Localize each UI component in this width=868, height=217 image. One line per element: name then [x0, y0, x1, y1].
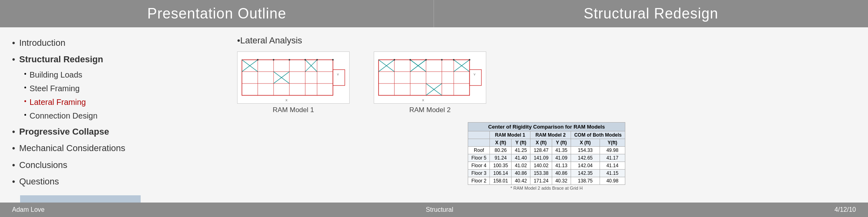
table-cell-floor: Floor 5 [468, 154, 490, 162]
sub-item-lateral-framing: • Lateral Framing [24, 95, 98, 109]
table-body: Roof80.2641.25128.4741.35154.3349.98Floo… [468, 147, 625, 185]
presentation-outline-title: Presentation Outline [147, 5, 286, 22]
sub-bullet-4: • [24, 109, 27, 121]
bullet-conclusions: • [12, 158, 15, 172]
table-cell-value: 106.14 [490, 170, 512, 177]
table-cell-value: 100.35 [490, 162, 512, 170]
th-blank [468, 139, 490, 147]
mechanical-label: Mechanical Considerations [19, 141, 125, 156]
svg-point-65 [289, 59, 290, 61]
table-cell-floor: Floor 4 [468, 162, 490, 170]
table-cell-value: 91.24 [490, 154, 512, 162]
ram-model-1-label: RAM Model 1 [273, 106, 314, 114]
table-cell-value: 41.15 [600, 170, 625, 177]
th-ram2-x: X (ft) [530, 139, 552, 147]
table-row: Floor 3106.1440.86153.3840.86142.3541.15 [468, 170, 625, 177]
svg-point-63 [257, 59, 258, 61]
right-panel: •Lateral Analysis [225, 27, 868, 201]
table-cell-floor: Roof [468, 147, 490, 154]
bullet-progressive: • [12, 124, 15, 139]
svg-point-93 [453, 59, 454, 61]
th-ram1-x: X (ft) [490, 139, 512, 147]
bullet-questions: • [12, 174, 15, 189]
table-row: Floor 591.2441.40141.0941.09142.6541.17 [468, 154, 625, 162]
ram-models-row: Y X RAM Model 1 [237, 51, 856, 114]
table-cell-floor: Floor 2 [468, 177, 490, 185]
table-cell-value: 41.25 [512, 147, 530, 154]
sub-bullet-1: • [24, 68, 27, 80]
svg-point-64 [273, 59, 274, 61]
footer-center: Structural [426, 206, 453, 213]
table-header-row1: RAM Model 1 RAM Model 2 COM of Both Mode… [468, 131, 625, 139]
th-ram2: RAM Model 2 [530, 131, 571, 139]
table-note: * RAM Model 2 adds Brace at Grid H [468, 186, 625, 190]
footer-left: Adam Love [12, 206, 45, 213]
structural-sub-list: • Building Loads • Steel Framing • Later… [12, 68, 98, 123]
footer: Adam Love Structural 4/12/10 [0, 203, 868, 217]
svg-point-89 [393, 59, 395, 61]
table-container: Center of Rigidity Comparison for RAM Mo… [468, 122, 625, 190]
table-cell-value: 142.04 [571, 162, 600, 170]
bullet-mechanical: • [12, 141, 15, 156]
bullet-structural: • [12, 52, 15, 67]
table-cell-value: 40.86 [512, 170, 530, 177]
structural-redesign-label: Structural Redesign [19, 52, 103, 67]
table-cell-value: 153.38 [530, 170, 552, 177]
list-item-structural-redesign: • Structural Redesign • Building Loads •… [12, 52, 213, 122]
table-cell-value: 49.98 [600, 147, 625, 154]
left-panel: • Introduction • Structural Redesign • B… [0, 27, 225, 201]
svg-text:X: X [422, 98, 424, 102]
header-right: Structural Redesign [434, 0, 868, 27]
sub-bullet-2: • [24, 82, 27, 94]
ram-model-1-image: Y X [237, 51, 350, 104]
header-left: Presentation Outline [0, 0, 434, 27]
table-cell-value: 128.47 [530, 147, 552, 154]
header: Presentation Outline Structural Redesign [0, 0, 868, 27]
sub-item-connection-design: • Connection Design [24, 109, 98, 123]
table-cell-value: 142.65 [571, 154, 600, 162]
main-content: • Introduction • Structural Redesign • B… [0, 27, 868, 201]
th-com: COM of Both Models [571, 131, 625, 139]
table-cell-value: 40.98 [600, 177, 625, 185]
sub-item-building-loads: • Building Loads [24, 68, 98, 82]
table-cell-value: 154.33 [571, 147, 600, 154]
building-loads-label: Building Loads [30, 68, 82, 82]
th-floor [468, 131, 490, 139]
table-header-row2: X (ft) Y (ft) X (ft) Y (ft) X (ft) Y(ft) [468, 139, 625, 147]
th-com-y: Y(ft) [600, 139, 625, 147]
intro-label: Introduction [19, 35, 66, 50]
table-cell-value: 41.14 [600, 162, 625, 170]
table-cell-value: 41.02 [512, 162, 530, 170]
table-cell-value: 40.32 [552, 177, 571, 185]
progressive-collapse-label: Progressive Collapse [19, 124, 109, 139]
table-cell-value: 40.42 [512, 177, 530, 185]
ram-model-2-svg: Y X [374, 52, 486, 103]
table-cell-value: 142.35 [571, 170, 600, 177]
questions-label: Questions [19, 174, 59, 189]
table-row: Floor 4100.3541.02140.0241.13142.0441.14 [468, 162, 625, 170]
steel-framing-label: Steel Framing [30, 82, 80, 95]
table-cell-value: 138.75 [571, 177, 600, 185]
list-item-questions: • Questions [12, 174, 213, 189]
table-cell-value: 141.09 [530, 154, 552, 162]
table-cell-value: 80.26 [490, 147, 512, 154]
list-item-introduction: • Introduction [12, 35, 213, 50]
conclusions-label: Conclusions [19, 158, 68, 172]
svg-point-67 [316, 59, 318, 61]
table-cell-value: 171.24 [530, 177, 552, 185]
table-cell-value: 41.35 [552, 147, 571, 154]
svg-point-90 [409, 59, 411, 61]
table-cell-floor: Floor 3 [468, 170, 490, 177]
svg-point-68 [332, 59, 334, 61]
table-cell-value: 40.86 [552, 170, 571, 177]
bullet-intro: • [12, 35, 15, 50]
list-item-mechanical: • Mechanical Considerations [12, 141, 213, 156]
ram-model-1-svg: Y X [237, 52, 349, 103]
sub-bullet-3: • [24, 95, 27, 107]
table-cell-value: 158.01 [490, 177, 512, 185]
table-cell-value: 41.09 [552, 154, 571, 162]
ram-model-2-image: Y X [374, 51, 486, 104]
table-cell-value: 140.02 [530, 162, 552, 170]
svg-point-94 [469, 59, 470, 61]
th-ram2-y: Y (ft) [552, 139, 571, 147]
